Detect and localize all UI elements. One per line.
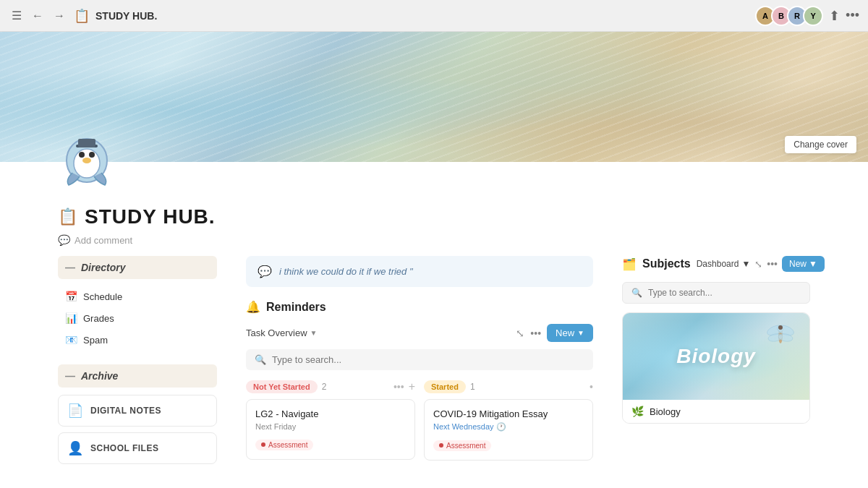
reminders-title: Reminders	[266, 301, 326, 314]
dashboard-label: Dashboard	[697, 259, 739, 269]
archive-title: Archive	[81, 370, 118, 382]
add-comment-button[interactable]: 💬 Add comment	[58, 233, 132, 247]
right-column: 🗂️ Subjects Dashboard ▼ ⤡ ••• New ▼ 🔍	[608, 256, 810, 488]
svg-point-12	[778, 325, 783, 330]
browser-chrome: ☰ ← → 📋 STUDY HUB. A B R Y ⬆ •••	[0, 0, 868, 32]
change-cover-button[interactable]: Change cover	[785, 136, 856, 153]
school-files-label: SCHOOL FILES	[90, 443, 158, 453]
task-controls: Task Overview ▼ ⤡ ••• New ▼	[246, 324, 593, 342]
forward-button[interactable]: →	[51, 7, 68, 25]
subjects-controls: Dashboard ▼ ⤡ ••• New ▼	[697, 256, 825, 272]
dashboard-chevron: ▼	[741, 259, 750, 269]
tag-dot	[261, 442, 265, 447]
task-tag-covid: Assessment	[433, 440, 491, 451]
subjects-header: 🗂️ Subjects Dashboard ▼ ⤡ ••• New ▼	[622, 256, 810, 272]
dashboard-button[interactable]: Dashboard ▼	[697, 259, 751, 269]
subjects-search-icon: 🔍	[631, 288, 642, 298]
subject-card-biology[interactable]: Biology 🌿 Biology	[622, 312, 810, 424]
task-card-covid[interactable]: COVID-19 Mitigation Essay Next Wednesday…	[424, 399, 593, 461]
task-view-chevron: ▼	[310, 329, 318, 337]
started-more[interactable]: •	[590, 381, 593, 393]
task-view-button[interactable]: Task Overview ▼	[246, 328, 317, 338]
grades-label: Grades	[83, 313, 193, 324]
nav-item-schedule[interactable]: 📅 Schedule •••	[58, 286, 217, 307]
quote-box: 💬 i think we could do it if we tried "	[246, 256, 593, 287]
nav-item-grades[interactable]: 📊 Grades •••	[58, 308, 217, 328]
avatar-group: A B R Y	[755, 6, 823, 26]
archive-header: — Archive	[58, 364, 217, 388]
started-header: Started 1 •	[424, 380, 593, 393]
share-button[interactable]: ⬆	[829, 8, 840, 24]
not-started-badge: Not Yet Started	[246, 380, 318, 393]
archive-item-digital-notes[interactable]: 📄 DIGITAL NOTES	[58, 395, 217, 427]
quote-text: i think we could do it if we tried "	[279, 266, 413, 277]
biology-name: Biology	[650, 406, 681, 417]
subjects-new-button[interactable]: New ▼	[782, 256, 825, 272]
subjects-new-label: New	[789, 259, 807, 269]
task-search-input[interactable]	[272, 354, 584, 365]
not-started-more[interactable]: •••	[393, 381, 404, 393]
cover-image: Change cover	[0, 32, 868, 162]
subjects-more-button[interactable]: •••	[767, 258, 778, 270]
reminders-header: 🔔 Reminders	[246, 300, 593, 314]
biology-cover-text: Biology	[676, 345, 756, 368]
page-icon-large	[58, 133, 116, 191]
task-due-covid: Next Wednesday 🕐	[433, 422, 584, 432]
new-task-label: New	[556, 328, 574, 338]
page-title: STUDY HUB.	[85, 205, 216, 228]
page-title-icon: 📋	[58, 207, 77, 226]
tag-dot-covid	[439, 443, 443, 448]
biology-icon: 🌿	[631, 406, 644, 417]
subjects-title: Subjects	[642, 257, 691, 270]
page-title-nav: STUDY HUB.	[95, 10, 157, 22]
svg-rect-6	[78, 139, 95, 147]
back-button[interactable]: ←	[29, 7, 46, 25]
kanban-col-started: Started 1 • COVID-19 Mitigation Essay Ne…	[424, 380, 593, 461]
task-card-lg2[interactable]: LG2 - Navigate Next Friday Assessment	[246, 399, 415, 460]
archive-item-school-files[interactable]: 👤 SCHOOL FILES	[58, 432, 217, 464]
directory-header: — Directory	[58, 256, 217, 279]
subjects-new-chevron: ▼	[809, 259, 817, 269]
started-badge: Started	[424, 380, 466, 393]
page-header: 📋 STUDY HUB. 💬 Add comment	[0, 162, 868, 256]
task-name-covid: COVID-19 Mitigation Essay	[433, 408, 584, 419]
spam-label: Spam	[83, 335, 193, 346]
nav-item-spam[interactable]: 📧 Spam •••	[58, 330, 217, 350]
dragonfly-decoration	[762, 320, 799, 349]
task-more-options[interactable]: •••	[530, 328, 541, 339]
subjects-expand-button[interactable]: ⤡	[754, 259, 762, 270]
task-view-label: Task Overview	[246, 328, 307, 338]
hamburger-menu[interactable]: ☰	[9, 6, 25, 25]
svg-point-2	[79, 152, 85, 158]
task-name-lg2: LG2 - Navigate	[255, 408, 406, 419]
school-files-icon: 👤	[67, 440, 83, 456]
left-column: — Directory 📅 Schedule ••• 📊 Grades ••• …	[58, 256, 231, 488]
page-icon-nav: 📋	[74, 8, 90, 24]
subjects-search-box[interactable]: 🔍	[622, 282, 810, 304]
avatar-4[interactable]: Y	[803, 6, 823, 26]
archive-section: — Archive 📄 DIGITAL NOTES 👤 SCHOOL FILES	[58, 364, 217, 464]
biology-footer: 🌿 Biology	[623, 400, 809, 423]
not-started-add[interactable]: +	[409, 380, 415, 393]
task-search-box[interactable]: 🔍	[246, 349, 593, 370]
comment-icon: 💬	[58, 234, 70, 246]
more-options-browser[interactable]: •••	[846, 8, 859, 23]
reminders-section: 🔔 Reminders Task Overview ▼ ⤡ ••• New ▼	[246, 300, 593, 461]
directory-dash: —	[65, 262, 75, 273]
subjects-search-input[interactable]	[648, 288, 801, 298]
schedule-icon: 📅	[65, 291, 77, 302]
cover-waves	[0, 32, 868, 162]
not-started-count: 2	[322, 382, 327, 392]
biology-cover: Biology	[623, 313, 809, 400]
spam-icon: 📧	[65, 334, 77, 346]
new-task-button[interactable]: New ▼	[547, 324, 593, 342]
expand-button[interactable]: ⤡	[516, 328, 524, 339]
middle-column: 💬 i think we could do it if we tried " 🔔…	[231, 256, 608, 488]
task-search-icon: 🔍	[255, 354, 266, 365]
new-task-chevron: ▼	[577, 329, 584, 337]
page-title-area: 📋 STUDY HUB.	[58, 205, 810, 228]
add-comment-label: Add comment	[75, 235, 132, 246]
directory-title: Directory	[81, 262, 125, 273]
kanban-col-not-started: Not Yet Started 2 ••• + LG2 - Navigate N…	[246, 380, 415, 461]
task-controls-right: ⤡ ••• New ▼	[516, 324, 593, 342]
